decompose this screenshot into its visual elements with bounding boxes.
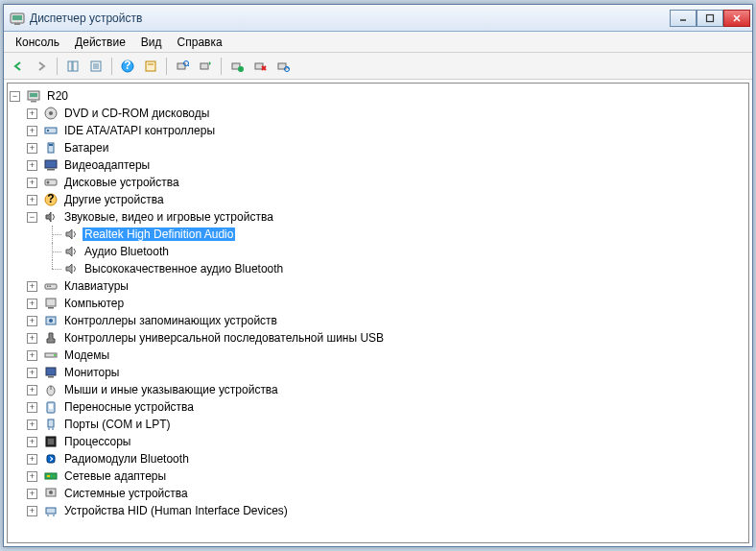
svg-rect-47 xyxy=(48,307,54,309)
tree-category-node[interactable]: +Клавиатуры xyxy=(10,277,746,295)
tree-category-node[interactable]: +Батареи xyxy=(10,139,746,156)
tree-item-label: Мыши и иные указывающие устройства xyxy=(62,383,280,396)
svg-point-32 xyxy=(49,111,53,115)
tree-category-node[interactable]: +Порты (COM и LPT) xyxy=(10,416,746,433)
tree-category-node[interactable]: +?Другие устройства xyxy=(10,191,746,208)
tree-category-node[interactable]: +Мыши и иные указывающие устройства xyxy=(10,381,746,398)
tree-category-node[interactable]: +Модемы xyxy=(10,347,746,364)
help-button[interactable]: ? xyxy=(117,56,138,77)
separator xyxy=(111,58,112,75)
expand-icon[interactable]: + xyxy=(27,437,37,447)
svg-rect-20 xyxy=(201,63,208,69)
tree-root-node[interactable]: −R20 xyxy=(10,87,746,105)
tree-category-node[interactable]: +Устройства HID (Human Interface Devices… xyxy=(10,502,746,519)
update-driver-button[interactable] xyxy=(195,56,216,77)
tree-category-node[interactable]: +Контроллеры универсальной последователь… xyxy=(10,329,746,347)
tree-item-label: Сетевые адаптеры xyxy=(62,469,168,483)
svg-text:?: ? xyxy=(47,192,54,205)
tree-category-node[interactable]: +Дисковые устройства xyxy=(10,174,746,191)
expand-icon[interactable]: + xyxy=(27,489,37,499)
tree-category-node[interactable]: +IDE ATA/ATAPI контроллеры xyxy=(10,122,746,139)
expand-icon[interactable]: + xyxy=(27,419,37,430)
category-icon xyxy=(43,468,59,484)
menubar: Консоль Действие Вид Справка xyxy=(4,32,752,53)
category-icon xyxy=(43,296,59,311)
maximize-button[interactable] xyxy=(697,10,723,27)
expand-icon[interactable]: + xyxy=(27,506,37,516)
expand-icon[interactable]: + xyxy=(27,178,37,188)
expand-icon[interactable]: + xyxy=(27,281,37,292)
tree-category-node[interactable]: +Видеоадаптеры xyxy=(10,156,746,174)
tree-item-label: Компьютер xyxy=(62,297,126,310)
uninstall-button[interactable] xyxy=(226,56,248,77)
svg-point-49 xyxy=(49,319,53,323)
svg-rect-68 xyxy=(46,508,56,514)
device-tree[interactable]: −R20+DVD и CD-ROM дисководы+IDE ATA/ATAP… xyxy=(7,83,749,543)
collapse-icon[interactable]: − xyxy=(27,212,37,223)
tree-device-node[interactable]: Высококачественное аудио Bluetooth xyxy=(10,260,746,277)
tree-category-node[interactable]: −Звуковые, видео и игровые устройства xyxy=(10,208,746,226)
enable-button[interactable] xyxy=(272,56,294,77)
tree-category-node[interactable]: +Контроллеры запоминающих устройств xyxy=(10,312,746,329)
expand-icon[interactable]: + xyxy=(27,195,37,205)
tree-item-label: Другие устройства xyxy=(62,193,166,206)
back-button[interactable] xyxy=(8,56,29,77)
expand-icon[interactable]: + xyxy=(27,350,37,361)
svg-rect-44 xyxy=(47,286,49,288)
show-hide-tree-button[interactable] xyxy=(62,56,83,77)
tree-category-node[interactable]: +Радиомодули Bluetooth xyxy=(10,450,746,467)
scan-hardware-button[interactable] xyxy=(172,56,193,77)
svg-rect-52 xyxy=(46,368,56,375)
tree-item-label: Дисковые устройства xyxy=(62,176,181,189)
expand-icon[interactable]: + xyxy=(27,126,37,136)
tree-item-label: Модемы xyxy=(62,348,111,362)
category-icon xyxy=(43,365,59,380)
expand-icon[interactable]: + xyxy=(27,143,37,154)
expand-icon[interactable]: + xyxy=(27,108,37,119)
svg-rect-7 xyxy=(68,61,72,71)
expand-icon[interactable]: + xyxy=(27,471,37,482)
menu-view[interactable]: Вид xyxy=(133,34,170,51)
collapse-icon[interactable]: − xyxy=(10,91,20,102)
expand-icon[interactable]: + xyxy=(27,454,37,465)
svg-rect-33 xyxy=(45,128,57,133)
properties-button[interactable] xyxy=(85,56,106,77)
tree-category-node[interactable]: +Компьютер xyxy=(10,295,746,312)
category-icon xyxy=(43,399,59,415)
svg-rect-63 xyxy=(47,455,55,463)
svg-text:?: ? xyxy=(124,60,130,72)
menu-help[interactable]: Справка xyxy=(170,34,230,51)
tree-category-node[interactable]: +Сетевые адаптеры xyxy=(10,467,746,485)
tree-category-node[interactable]: +Мониторы xyxy=(10,364,746,381)
tree-item-label: Аудио Bluetooth xyxy=(83,245,171,258)
tree-category-node[interactable]: +Процессоры xyxy=(10,433,746,450)
tree-device-node[interactable]: Realtek High Definition Audio xyxy=(10,226,746,243)
expand-icon[interactable]: + xyxy=(27,316,37,326)
expand-icon[interactable]: + xyxy=(27,402,37,413)
svg-rect-53 xyxy=(48,376,54,378)
expand-icon[interactable]: + xyxy=(27,299,37,309)
forward-button[interactable] xyxy=(31,56,52,77)
expand-icon[interactable]: + xyxy=(27,333,37,344)
titlebar[interactable]: Диспетчер устройств xyxy=(4,5,752,32)
computer-icon xyxy=(26,88,41,104)
expand-icon[interactable]: + xyxy=(27,160,37,171)
tree-device-node[interactable]: Аудио Bluetooth xyxy=(10,243,746,260)
expand-icon[interactable]: + xyxy=(27,385,37,395)
close-button[interactable] xyxy=(723,10,750,27)
tree-category-node[interactable]: +Переносные устройства xyxy=(10,398,746,416)
svg-rect-45 xyxy=(50,286,52,288)
menu-action[interactable]: Действие xyxy=(67,34,133,51)
expand-icon[interactable]: + xyxy=(27,368,37,378)
svg-rect-30 xyxy=(31,101,36,103)
window-buttons xyxy=(670,10,750,27)
minimize-button[interactable] xyxy=(670,10,697,27)
svg-rect-23 xyxy=(255,63,263,69)
tree-category-node[interactable]: +DVD и CD-ROM дисководы xyxy=(10,105,746,122)
menu-console[interactable]: Консоль xyxy=(8,34,67,51)
action-button[interactable] xyxy=(140,56,161,77)
tree-category-node[interactable]: +Системные устройства xyxy=(10,485,746,502)
device-manager-window: Диспетчер устройств Консоль Действие Вид… xyxy=(3,4,753,547)
svg-rect-8 xyxy=(73,61,78,71)
disable-button[interactable] xyxy=(249,56,271,77)
